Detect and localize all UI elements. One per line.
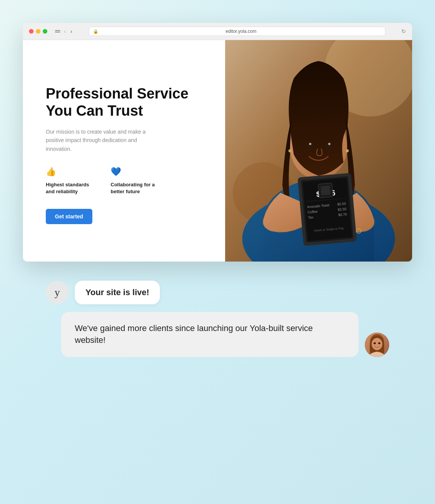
address-bar[interactable]: 🔒 editor.yola.com bbox=[89, 27, 385, 36]
thumbs-up-icon: 👍 bbox=[46, 167, 95, 177]
back-button[interactable]: ‹ bbox=[63, 28, 67, 34]
svg-point-29 bbox=[372, 338, 382, 350]
features-row: 👍 Highest standards and reliability 💙 Co… bbox=[46, 167, 210, 195]
browser-content: Professional Service You Can Trust Our m… bbox=[23, 40, 412, 262]
maximize-button[interactable] bbox=[43, 29, 47, 34]
feature-collaborating-label: Collaborating for a better future bbox=[111, 181, 160, 195]
svg-text:$5.50: $5.50 bbox=[337, 202, 346, 206]
forward-button[interactable]: › bbox=[70, 28, 73, 34]
svg-point-8 bbox=[309, 143, 311, 145]
lock-icon: 🔒 bbox=[93, 29, 98, 34]
reload-button[interactable]: ↻ bbox=[401, 28, 406, 34]
user-avatar bbox=[365, 333, 389, 357]
svg-point-10 bbox=[288, 149, 292, 152]
close-button[interactable] bbox=[29, 29, 34, 34]
svg-point-30 bbox=[374, 342, 376, 344]
url-text: editor.yola.com bbox=[101, 29, 381, 34]
svg-text:$2.50: $2.50 bbox=[338, 207, 346, 212]
svg-point-7 bbox=[324, 142, 332, 148]
hero-title: Professional Service You Can Trust bbox=[46, 85, 210, 120]
browser-window: ‹ › 🔒 editor.yola.com ↻ Professional Ser… bbox=[23, 23, 412, 262]
hero-image: $8.76 Avocado Toast $5.50 Coffee $2.50 T… bbox=[225, 40, 412, 262]
svg-rect-25 bbox=[321, 186, 330, 195]
svg-point-31 bbox=[378, 342, 380, 344]
get-started-button[interactable]: Get started bbox=[46, 209, 92, 224]
svg-point-6 bbox=[305, 142, 313, 148]
woman-illustration: $8.76 Avocado Toast $5.50 Coffee $2.50 T… bbox=[225, 40, 412, 262]
content-right: $8.76 Avocado Toast $5.50 Coffee $2.50 T… bbox=[225, 40, 412, 262]
svg-point-11 bbox=[346, 149, 349, 152]
minimize-button[interactable] bbox=[36, 29, 40, 34]
browser-controls: ‹ › bbox=[55, 28, 73, 34]
testimonial-bubble: We've gained more clients since launchin… bbox=[61, 312, 389, 357]
svg-point-9 bbox=[328, 143, 330, 145]
svg-text:Tax: Tax bbox=[308, 215, 314, 220]
sidebar-toggle-button[interactable] bbox=[55, 30, 60, 32]
content-left: Professional Service You Can Trust Our m… bbox=[23, 40, 225, 262]
chat-section: y Your site is live! We've gained more c… bbox=[23, 262, 412, 380]
heart-icon: 💙 bbox=[111, 167, 160, 177]
svg-text:$0.76: $0.76 bbox=[338, 212, 347, 217]
notification-bubble: y Your site is live! bbox=[46, 281, 389, 304]
yola-avatar: y bbox=[46, 281, 69, 304]
feature-collaborating: 💙 Collaborating for a better future bbox=[111, 167, 160, 195]
hero-subtitle: Our mission is to create value and make … bbox=[46, 128, 153, 153]
notification-text: Your site is live! bbox=[75, 281, 160, 304]
feature-standards-label: Highest standards and reliability bbox=[46, 181, 95, 195]
testimonial-text: We've gained more clients since launchin… bbox=[61, 312, 359, 357]
browser-toolbar: ‹ › 🔒 editor.yola.com ↻ bbox=[23, 23, 412, 40]
feature-standards: 👍 Highest standards and reliability bbox=[46, 167, 95, 195]
user-avatar-image bbox=[365, 333, 389, 357]
traffic-lights bbox=[29, 29, 47, 34]
